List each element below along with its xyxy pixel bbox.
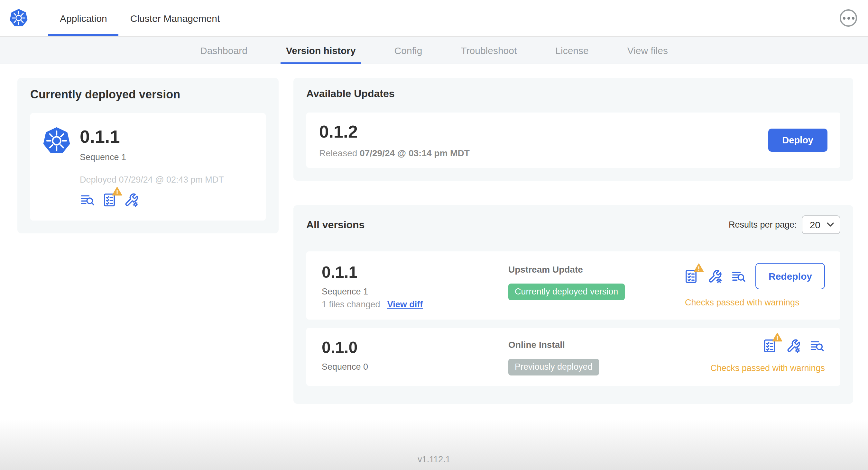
top-nav: Application Cluster Management — [0, 0, 868, 37]
version-row-info: 0.1.0 Sequence 0 — [322, 338, 508, 375]
available-update-info: 0.1.2 Released 07/29/24 @ 03:14 pm MDT — [319, 122, 470, 158]
chevron-down-icon — [827, 223, 834, 227]
current-version-number: 0.1.1 — [80, 127, 224, 147]
current-version-deployed-date: Deployed 07/29/24 @ 02:43 pm MDT — [80, 175, 224, 184]
version-sequence: Sequence 1 — [322, 287, 508, 296]
subtab-view-files[interactable]: View files — [608, 37, 687, 64]
deploy-button[interactable]: Deploy — [768, 129, 828, 152]
version-row-source: Upstream Update Currently deployed versi… — [508, 263, 684, 309]
version-row: 0.1.0 Sequence 0 Online Install Previous… — [306, 328, 840, 386]
current-version-column: Currently deployed version 0.1.1 Sequenc… — [18, 78, 279, 233]
version-row-actions: Redeploy Checks passed with warnings — [684, 263, 825, 309]
version-source-label: Online Install — [508, 339, 710, 350]
current-version-actions — [80, 192, 224, 208]
current-version-card: 0.1.1 Sequence 1 Deployed 07/29/24 @ 02:… — [30, 113, 266, 221]
results-per-page-select[interactable]: 20 — [802, 215, 840, 234]
released-date: 07/29/24 @ 03:14 pm MDT — [360, 148, 470, 158]
current-version-details: 0.1.1 Sequence 1 Deployed 07/29/24 @ 02:… — [80, 127, 224, 208]
current-version-panel: Currently deployed version 0.1.1 Sequenc… — [18, 78, 279, 233]
version-row-actions: Checks passed with warnings — [710, 338, 825, 375]
preflight-checks-icon[interactable] — [684, 268, 699, 284]
current-version-sequence: Sequence 1 — [80, 153, 224, 162]
admin-console-page: Application Cluster Management Dashboard… — [0, 0, 868, 470]
view-diff-link[interactable]: View diff — [388, 300, 423, 309]
ellipsis-icon — [843, 17, 845, 19]
results-per-page: Results per page: 20 — [729, 215, 840, 234]
warning-triangle-icon — [772, 332, 782, 342]
released-label: Released — [319, 148, 357, 158]
warning-triangle-icon — [112, 187, 122, 196]
top-tab-bar: Application Cluster Management — [48, 0, 231, 36]
results-per-page-label: Results per page: — [729, 220, 797, 230]
version-row: 0.1.1 Sequence 1 1 files changed View di… — [306, 251, 840, 320]
deploy-logs-icon[interactable] — [80, 192, 95, 208]
kubernetes-app-icon — [43, 127, 70, 154]
kubernetes-logo-icon — [10, 9, 28, 27]
config-icon[interactable] — [786, 338, 801, 354]
version-history-column: Available Updates 0.1.2 Released 07/29/2… — [293, 78, 853, 404]
subtab-version-history[interactable]: Version history — [267, 37, 375, 64]
update-released-line: Released 07/29/24 @ 03:14 pm MDT — [319, 148, 470, 158]
available-updates-title: Available Updates — [306, 88, 840, 100]
config-icon[interactable] — [124, 192, 139, 208]
all-versions-header: All versions Results per page: 20 — [306, 215, 840, 234]
version-row-info: 0.1.1 Sequence 1 1 files changed View di… — [322, 263, 508, 309]
tab-application[interactable]: Application — [48, 0, 119, 36]
available-update-card: 0.1.2 Released 07/29/24 @ 03:14 pm MDT D… — [306, 112, 840, 168]
tab-cluster-management-label: Cluster Management — [130, 12, 220, 24]
console-version-text: v1.112.1 — [417, 455, 451, 464]
redeploy-button[interactable]: Redeploy — [756, 263, 825, 289]
config-icon[interactable] — [708, 268, 723, 284]
subtab-license[interactable]: License — [536, 37, 608, 64]
warning-triangle-icon — [694, 263, 704, 272]
deployed-status-badge: Previously deployed — [508, 359, 599, 375]
version-files-line: 1 files changed View diff — [322, 300, 508, 309]
version-number: 0.1.0 — [322, 338, 508, 357]
deploy-logs-icon[interactable] — [731, 268, 747, 284]
preflight-status-text: Checks passed with warnings — [685, 298, 800, 307]
files-changed-label: 1 files changed — [322, 300, 380, 309]
subtab-dashboard[interactable]: Dashboard — [181, 37, 267, 64]
results-per-page-value: 20 — [810, 219, 820, 230]
subtab-config[interactable]: Config — [375, 37, 442, 64]
subtab-troubleshoot[interactable]: Troubleshoot — [441, 37, 536, 64]
preflight-checks-icon[interactable] — [102, 192, 117, 208]
overflow-menu-button[interactable] — [840, 9, 857, 27]
deploy-logs-icon[interactable] — [809, 338, 825, 354]
all-versions-title: All versions — [306, 219, 365, 231]
version-source-label: Upstream Update — [508, 264, 684, 274]
update-version-number: 0.1.2 — [319, 122, 470, 142]
available-updates-panel: Available Updates 0.1.2 Released 07/29/2… — [293, 78, 853, 181]
version-row-source: Online Install Previously deployed — [508, 338, 710, 375]
current-version-title: Currently deployed version — [30, 88, 266, 102]
main-content: Currently deployed version 0.1.1 Sequenc… — [0, 64, 868, 404]
page-footer: v1.112.1 — [0, 420, 868, 470]
all-versions-panel: All versions Results per page: 20 0.1.1 … — [293, 205, 853, 404]
tab-application-label: Application — [60, 12, 107, 24]
tab-cluster-management[interactable]: Cluster Management — [119, 0, 231, 36]
preflight-checks-icon[interactable] — [762, 338, 777, 354]
app-subnav: Dashboard Version history Config Trouble… — [0, 37, 868, 64]
deployed-status-badge: Currently deployed version — [508, 283, 624, 300]
version-sequence: Sequence 0 — [322, 362, 508, 371]
preflight-status-text: Checks passed with warnings — [710, 363, 825, 373]
version-number: 0.1.1 — [322, 263, 508, 281]
